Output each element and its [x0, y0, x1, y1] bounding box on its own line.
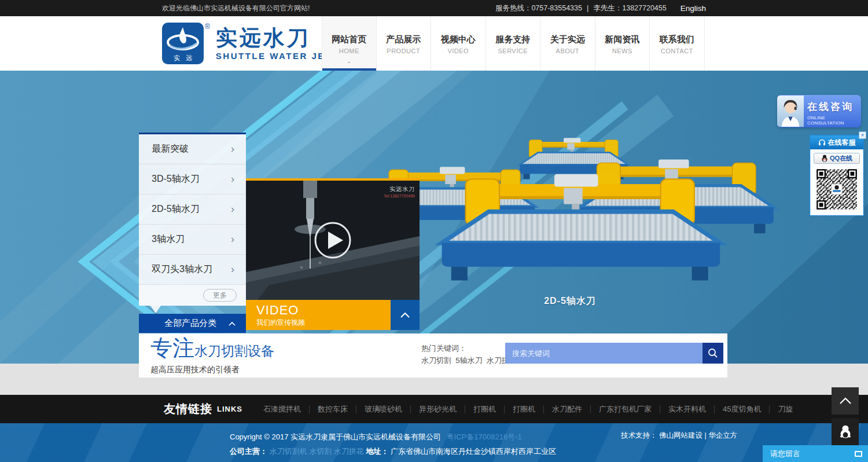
intro-search-strip: 专注水刀切割设备 超高压应用技术的引领者 热门关键词： 水刀切割 5轴水刀 水刀… [139, 333, 727, 377]
slogan-tagline: 超高压应用技术的引领者 [150, 365, 274, 375]
topbar-separator: | [587, 4, 589, 12]
friend-link[interactable]: 打圈机 [505, 405, 544, 413]
hot-keywords-list[interactable]: 水刀切割 5轴水刀 水刀拼花 [421, 354, 517, 366]
chevron-up-icon [400, 312, 410, 318]
video-scene [246, 181, 420, 300]
video-collapse-button[interactable] [391, 300, 420, 330]
friend-link[interactable]: 玻璃喷砂机 [356, 405, 411, 413]
copyright-line: Copyright © 2017 实远水刀隶属于佛山市实远机械设备有限公司 粤I… [230, 430, 556, 444]
welcome-text: 欢迎光临佛山市实远机械设备有限公司官方网站! [162, 3, 310, 13]
nav-contact[interactable]: 联系我们 CONTACT [650, 16, 705, 71]
banner-background [0, 71, 868, 364]
headset-icon [818, 139, 826, 146]
friend-links-bar: 友情链接 LINKS 石漆搅拌机 数控车床 玻璃喷砂机 异形砂光机 打圈机 打圈… [0, 395, 868, 423]
hero-banner: 2D-5轴水刀 [0, 71, 868, 364]
service-hotline: 服务热线：0757-83554335 [495, 3, 582, 13]
nav-news[interactable]: 新闻资讯 NEWS [595, 16, 650, 71]
tech-support: 技术支持： 佛山网站建设 | 华企立方 [621, 431, 737, 441]
close-icon[interactable]: × [859, 131, 866, 139]
category-item-dual3axis[interactable]: 双刀头3轴水刀› [139, 255, 246, 285]
friend-link[interactable]: 45度切角机 [715, 405, 770, 413]
promo-video-block: 实远水刀 Tel:13827720455 VIDEO 我们的宣传视频 [246, 178, 420, 330]
friend-link[interactable]: 石漆搅拌机 [255, 405, 310, 413]
online-service-panel: × 在线客服 QQ在线 [810, 135, 864, 216]
video-thumbnail[interactable]: 实远水刀 Tel:13827720455 [246, 178, 420, 300]
search-box [505, 343, 723, 364]
links-title-en: LINKS [217, 405, 242, 413]
friend-link[interactable]: 异形砂光机 [411, 405, 465, 413]
category-item-3d5axis[interactable]: 3D-5轴水刀› [139, 164, 246, 195]
category-item-2d5axis[interactable]: 2D-5轴水刀› [139, 195, 246, 225]
icp-link[interactable]: 粤ICP备17008216号-1 [447, 432, 522, 441]
support-link-1[interactable]: 佛山网站建设 [659, 431, 703, 439]
logo[interactable]: 实远 ® 实远水刀 SHUTTLE WATER JET [162, 23, 332, 64]
hot-keywords: 热门关键词： 水刀切割 5轴水刀 水刀拼花 [421, 342, 517, 366]
friend-link[interactable]: 打圈机 [465, 405, 505, 413]
links-list: 石漆搅拌机 数控车床 玻璃喷砂机 异形砂光机 打圈机 打圈机 水刀配件 广东打包… [255, 405, 801, 413]
search-input[interactable] [505, 343, 703, 364]
main-nav: 网站首页 HOME ⌄ 产品展示 PRODUCT 视频中心 VIDEO 服务支持… [322, 16, 705, 71]
nav-home[interactable]: 网站首页 HOME ⌄ [322, 16, 377, 71]
friend-link[interactable]: 水刀配件 [544, 405, 591, 413]
nav-service[interactable]: 服务支持 SERVICE [486, 16, 541, 71]
friend-link[interactable]: 实木开料机 [660, 405, 715, 413]
chevron-right-icon: › [231, 263, 234, 276]
message-window-icon [855, 451, 862, 457]
leave-message-bar[interactable]: 请您留言 [763, 445, 868, 462]
friend-link[interactable]: 数控车床 [310, 405, 356, 413]
back-to-top-button[interactable] [832, 387, 859, 415]
video-caption: VIDEO 我们的宣传视频 [246, 300, 391, 330]
friend-link[interactable]: 广东打包机厂家 [591, 405, 660, 413]
chevron-up-icon [229, 321, 236, 326]
slogan-rest: 水刀切割设备 [194, 343, 274, 358]
nav-products[interactable]: 产品展示 PRODUCT [377, 16, 432, 71]
qq-penguin-icon [821, 155, 828, 162]
logo-icon: 实远 [162, 23, 204, 64]
business-keywords[interactable]: 水刀切割机 水切割 水刀拼花 [270, 447, 364, 456]
chevron-up-icon [839, 397, 852, 405]
menu-notch [150, 306, 161, 313]
site-header: 实远 ® 实远水刀 SHUTTLE WATER JET 网站首页 HOME ⌄ … [0, 16, 868, 71]
agent-photo [777, 95, 804, 127]
hot-keywords-label: 热门关键词： [421, 342, 517, 354]
site-footer: Copyright © 2017 实远水刀隶属于佛山市实远机械设备有限公司 粤I… [0, 423, 868, 462]
chevron-right-icon: › [231, 173, 234, 185]
search-icon [708, 348, 718, 358]
banner-machine-label: 2D-5轴水刀 [512, 295, 628, 307]
friend-link[interactable]: 刀旋 [770, 405, 801, 413]
service-panel-header: 在线客服 [810, 135, 863, 149]
brand-name-cn: 实远水刀 [216, 27, 332, 49]
support-link-2[interactable]: 华企立方 [708, 431, 737, 439]
qr-code [815, 168, 858, 211]
contact-phone: 李先生：13827720455 [593, 3, 666, 13]
chevron-right-icon: › [231, 203, 234, 215]
video-watermark: 实远水刀 Tel:13827720455 [384, 185, 415, 198]
qq-penguin-icon [839, 424, 852, 439]
topbar: 欢迎光临佛山市实远机械设备有限公司官方网站! 服务热线：0757-8355433… [0, 0, 868, 16]
qr-center-logo [832, 184, 842, 195]
intro-slogan: 专注水刀切割设备 超高压应用技术的引领者 [150, 336, 274, 375]
copyright-text: Copyright © 2017 实远水刀隶属于佛山市实远机械设备有限公司 [230, 432, 441, 441]
language-switch-english[interactable]: English [681, 4, 706, 13]
chevron-down-icon: ⌄ [322, 59, 376, 64]
company-address: 广东省佛山市南海区丹灶金沙镇西岸村西岸工业区 [391, 447, 556, 456]
registered-mark: ® [205, 23, 210, 31]
product-category-menu: 最新突破› 3D-5轴水刀› 2D-5轴水刀› 3轴水刀› 双刀头3轴水刀› 更… [139, 133, 246, 333]
links-title: 友情链接 [164, 401, 212, 417]
search-button[interactable] [703, 343, 723, 364]
business-line: 公司主营： 水刀切割机 水切割 水刀拼花 地址： 广东省佛山市南海区丹灶金沙镇西… [230, 444, 556, 459]
chevron-right-icon: › [231, 143, 234, 155]
category-item-3axis[interactable]: 3轴水刀› [139, 225, 246, 255]
more-button[interactable]: 更多 [203, 289, 237, 302]
nav-about[interactable]: 关于实远 ABOUT [540, 16, 595, 71]
chevron-right-icon: › [231, 233, 234, 245]
qq-contact-button[interactable] [832, 418, 859, 445]
brand-name-en: SHUTTLE WATER JET [216, 51, 332, 61]
slogan-focus: 专注 [150, 336, 194, 360]
all-categories-bar[interactable]: 全部产品分类 [139, 314, 246, 333]
online-consultation-button[interactable]: 在线咨询 ONLINE CONSULTATION [777, 95, 861, 127]
qq-online-button[interactable]: QQ在线 [814, 153, 860, 164]
category-item-latest[interactable]: 最新突破› [139, 134, 246, 164]
nav-video[interactable]: 视频中心 VIDEO [431, 16, 486, 71]
logo-seal-text: 实远 [162, 54, 204, 63]
